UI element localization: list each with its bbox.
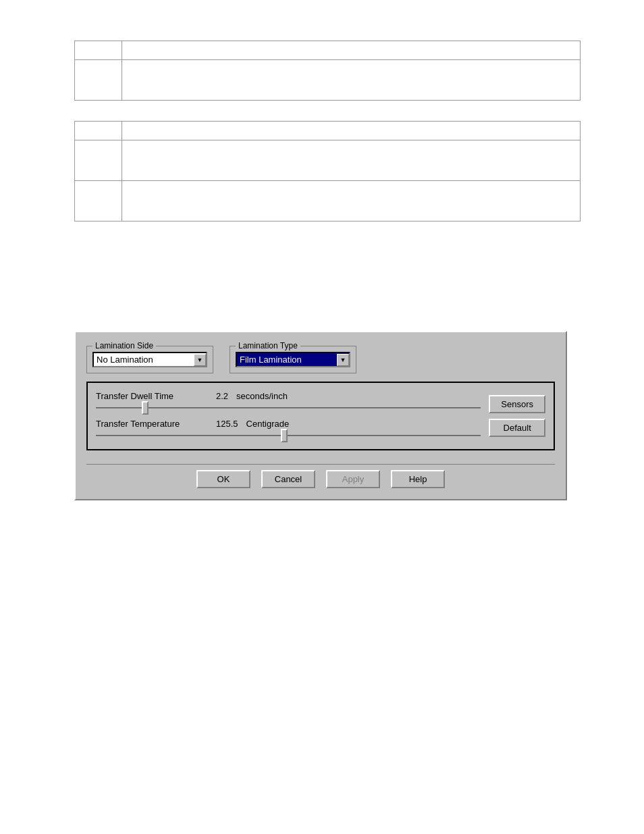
lamination-side-group: Lamination Side No Lamination Front Back… bbox=[86, 343, 213, 373]
lamination-side-label: Lamination Side bbox=[92, 341, 156, 350]
transfer-sliders-container: Transfer Dwell Time 2.2 seconds/inch Tra… bbox=[96, 391, 481, 441]
dwell-time-unit: seconds/inch bbox=[236, 391, 288, 401]
lamination-side-select[interactable]: No Lamination Front Back Both bbox=[92, 352, 207, 367]
table2-row1-col1 bbox=[75, 122, 122, 140]
dwell-time-label: Transfer Dwell Time bbox=[96, 391, 211, 401]
dwell-time-slider-thumb[interactable] bbox=[142, 401, 149, 415]
table2-row3-col1 bbox=[75, 181, 122, 221]
temperature-value: 125.5 bbox=[216, 419, 238, 429]
table-1 bbox=[74, 41, 581, 101]
table1-row2-col1 bbox=[75, 60, 122, 101]
help-button[interactable]: Help bbox=[391, 470, 445, 488]
lamination-type-container: Lamination Type Film Lamination Overlay … bbox=[230, 346, 356, 373]
temperature-slider-line bbox=[96, 435, 481, 436]
table2-row2-col2 bbox=[122, 140, 581, 181]
table2-row1-col2 bbox=[122, 122, 581, 140]
temperature-row: Transfer Temperature 125.5 Centigrade bbox=[96, 419, 481, 441]
cancel-button[interactable]: Cancel bbox=[261, 470, 315, 488]
table2-row3-col2 bbox=[122, 181, 581, 221]
table1-row1-col2 bbox=[122, 41, 581, 60]
temperature-slider-thumb[interactable] bbox=[281, 429, 288, 442]
lamination-type-select[interactable]: Film Lamination Overlay bbox=[236, 352, 350, 367]
sensors-button[interactable]: Sensors bbox=[489, 395, 545, 413]
apply-button[interactable]: Apply bbox=[326, 470, 380, 488]
temperature-unit: Centigrade bbox=[246, 419, 290, 429]
transfer-settings-box: Transfer Dwell Time 2.2 seconds/inch Tra… bbox=[86, 382, 555, 450]
lamination-type-select-wrapper[interactable]: Film Lamination Overlay ▼ bbox=[236, 352, 350, 367]
ok-button[interactable]: OK bbox=[196, 470, 250, 488]
table-2 bbox=[74, 121, 581, 221]
dwell-time-value: 2.2 bbox=[216, 391, 228, 401]
table1-row2-col2 bbox=[122, 60, 581, 101]
lamination-dialog: Lamination Side No Lamination Front Back… bbox=[74, 331, 567, 500]
table2-row2-col1 bbox=[75, 140, 122, 181]
dwell-time-row: Transfer Dwell Time 2.2 seconds/inch bbox=[96, 391, 481, 413]
table1-row1-col1 bbox=[75, 41, 122, 60]
lamination-type-label: Lamination Type bbox=[236, 341, 300, 350]
transfer-side-buttons: Sensors Default bbox=[489, 391, 545, 441]
dwell-time-slider[interactable] bbox=[96, 405, 481, 411]
temperature-slider[interactable] bbox=[96, 433, 481, 438]
lamination-side-select-wrapper[interactable]: No Lamination Front Back Both ▼ bbox=[92, 352, 207, 367]
dialog-footer-buttons: OK Cancel Apply Help bbox=[86, 464, 555, 488]
dwell-time-slider-line bbox=[96, 407, 481, 409]
lamination-type-group: Lamination Type Film Lamination Overlay … bbox=[230, 343, 356, 373]
default-button[interactable]: Default bbox=[489, 419, 545, 437]
temperature-label: Transfer Temperature bbox=[96, 419, 211, 429]
lamination-side-container: Lamination Side No Lamination Front Back… bbox=[86, 346, 213, 373]
